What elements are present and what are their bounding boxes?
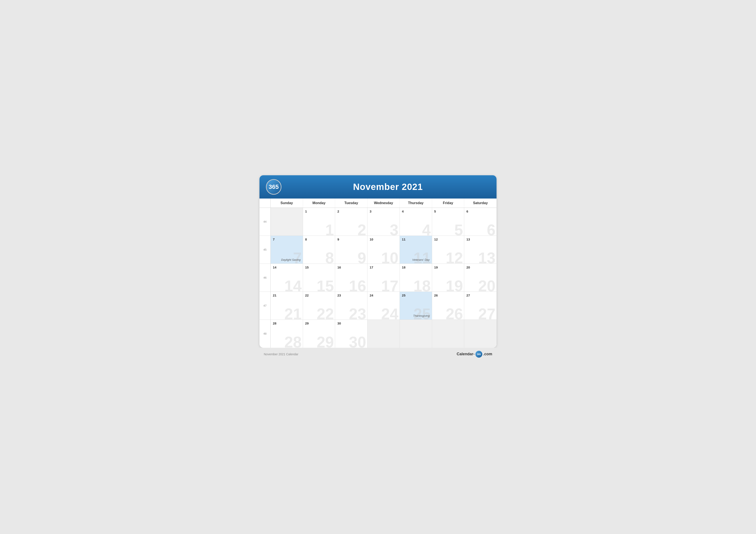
day-number: 15 <box>305 266 333 269</box>
day-cell: 2323 <box>335 292 367 320</box>
day-header-sunday: Sunday <box>271 198 303 208</box>
day-cell <box>400 320 432 348</box>
day-number: 11 <box>402 238 430 241</box>
day-watermark: 5 <box>454 222 463 236</box>
day-watermark: 17 <box>381 278 398 292</box>
day-watermark: 13 <box>478 250 496 264</box>
day-cell: 2626 <box>432 292 464 320</box>
day-number: 14 <box>273 266 301 269</box>
day-cell: 2525Thanksgiving <box>400 292 432 320</box>
day-watermark: 16 <box>349 278 366 292</box>
day-cell: 99 <box>335 236 367 264</box>
day-cell: 2121 <box>271 292 303 320</box>
day-watermark: 1 <box>325 222 334 236</box>
day-watermark: 4 <box>422 222 431 236</box>
day-cell: 66 <box>464 208 497 236</box>
day-cell: 1212 <box>432 236 464 264</box>
day-cell: 2424 <box>367 292 400 320</box>
footer-365-text: 365 <box>477 353 481 355</box>
day-watermark: 29 <box>316 334 334 348</box>
day-cell: 1616 <box>335 264 367 292</box>
day-cell: 1919 <box>432 264 464 292</box>
day-cell <box>271 208 303 236</box>
day-event-label: Daylight Saving <box>281 258 300 261</box>
day-number: 2 <box>337 210 365 213</box>
day-number: 10 <box>369 238 397 241</box>
day-watermark: 24 <box>381 306 398 320</box>
footer-right: Calendar- 365 .com <box>457 351 492 358</box>
day-cell: 1111Veterans' Day <box>400 236 432 264</box>
page-wrapper: 365 November 2021 Sunday Monday Tuesday … <box>259 175 497 359</box>
day-header-wednesday: Wednesday <box>367 198 400 208</box>
day-header-thursday: Thursday <box>400 198 432 208</box>
day-header-tuesday: Tuesday <box>335 198 367 208</box>
footer-left-text: November 2021 Calendar <box>264 352 298 356</box>
day-cell <box>464 320 497 348</box>
day-cell: 44 <box>400 208 432 236</box>
day-cell: 1313 <box>464 236 497 264</box>
day-cell: 1818 <box>400 264 432 292</box>
day-number: 9 <box>337 238 365 241</box>
days-grid: 11223344556677Daylight Saving88991010111… <box>271 208 497 348</box>
day-watermark: 25 <box>413 306 431 320</box>
day-watermark: 2 <box>358 222 366 236</box>
day-cell: 2727 <box>464 292 497 320</box>
week-num-header-spacer <box>259 198 271 208</box>
day-header-friday: Friday <box>432 198 464 208</box>
week-num-44: 44 <box>259 208 271 236</box>
week-num-46: 46 <box>259 264 271 292</box>
day-watermark: 28 <box>284 334 302 348</box>
day-watermark: 20 <box>478 278 496 292</box>
day-header-monday: Monday <box>303 198 335 208</box>
day-watermark: 27 <box>478 306 496 320</box>
logo-circle: 365 <box>266 179 282 195</box>
logo-text: 365 <box>269 184 279 191</box>
calendar-title: November 2021 <box>286 182 490 192</box>
day-cell: 33 <box>367 208 400 236</box>
day-number: 30 <box>337 321 365 325</box>
calendar-container: 365 November 2021 Sunday Monday Tuesday … <box>259 175 497 348</box>
day-header-saturday: Saturday <box>464 198 497 208</box>
day-event-label: Thanksgiving <box>413 314 430 318</box>
week-num-47: 47 <box>259 292 271 320</box>
day-number: 27 <box>466 293 494 297</box>
day-number: 23 <box>337 293 365 297</box>
day-number: 4 <box>402 210 430 213</box>
day-cell: 88 <box>303 236 335 264</box>
day-watermark: 10 <box>381 250 398 264</box>
footer-365-circle: 365 <box>475 351 482 358</box>
day-cell: 2929 <box>303 320 335 348</box>
days-of-week-header: Sunday Monday Tuesday Wednesday Thursday… <box>259 198 497 208</box>
day-watermark: 14 <box>284 278 302 292</box>
day-watermark: 7 <box>293 250 302 264</box>
week-num-48: 48 <box>259 320 271 348</box>
footer-brand-post: .com <box>483 352 492 356</box>
week-numbers-column: 44 45 46 47 48 <box>259 208 271 348</box>
day-number: 28 <box>273 321 301 325</box>
day-cell: 1717 <box>367 264 400 292</box>
week-num-45: 45 <box>259 236 271 264</box>
day-cell: 11 <box>303 208 335 236</box>
day-number: 19 <box>434 266 462 269</box>
day-cell: 1010 <box>367 236 400 264</box>
day-number: 1 <box>305 210 333 213</box>
day-cell: 2222 <box>303 292 335 320</box>
day-cell: 22 <box>335 208 367 236</box>
day-watermark: 21 <box>284 306 302 320</box>
day-watermark: 9 <box>358 250 366 264</box>
day-watermark: 6 <box>487 222 496 236</box>
day-watermark: 26 <box>446 306 463 320</box>
day-event-label: Veterans' Day <box>412 258 430 261</box>
day-number: 29 <box>305 321 333 325</box>
day-cell: 2828 <box>271 320 303 348</box>
calendar-footer: November 2021 Calendar Calendar- 365 .co… <box>259 348 497 359</box>
day-number: 21 <box>273 293 301 297</box>
day-watermark: 11 <box>413 250 431 264</box>
day-cell <box>432 320 464 348</box>
day-watermark: 15 <box>316 278 334 292</box>
footer-brand-pre: Calendar- <box>457 352 474 356</box>
day-number: 18 <box>402 266 430 269</box>
day-watermark: 12 <box>446 250 463 264</box>
day-number: 6 <box>466 210 494 213</box>
day-number: 3 <box>369 210 397 213</box>
